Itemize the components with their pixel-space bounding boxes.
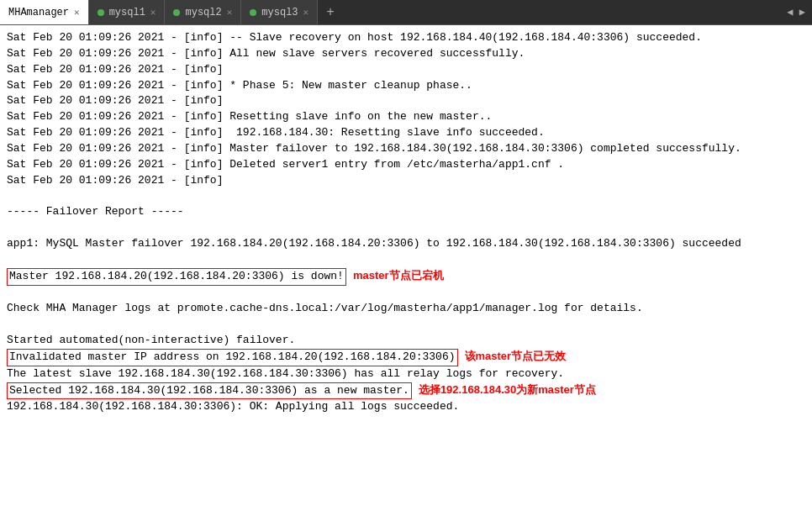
tab-close-mysql1[interactable]: ✕ (150, 7, 156, 18)
tab-close-mysql2[interactable]: ✕ (227, 7, 233, 18)
tab-mysql1[interactable]: mysql1 ✕ (89, 0, 166, 24)
log-line-8: Sat Feb 20 01:09:26 2021 - [info] Master… (7, 141, 805, 157)
started-failover-line: Started automated(non-interactive) failo… (7, 333, 805, 349)
tab-label-mysql1: mysql1 (109, 7, 145, 18)
last-log-line: 192.168.184.30(192.168.184.30:3306): OK:… (7, 399, 805, 415)
log-line-5: Sat Feb 20 01:09:26 2021 - [info] (7, 93, 805, 109)
tab-scroll-controls[interactable]: ◀ ▶ (787, 6, 812, 18)
selected-master-text: Selected 192.168.184.30(192.168.184.30:3… (7, 382, 412, 400)
failover-report-header: ----- Failover Report ----- (7, 204, 805, 220)
tab-mysql2[interactable]: mysql2 ✕ (165, 0, 241, 24)
log-line-6: Sat Feb 20 01:09:26 2021 - [info] Resett… (7, 109, 805, 125)
log-line-4: Sat Feb 20 01:09:26 2021 - [info] * Phas… (7, 78, 805, 94)
invalidated-annotation: 该master节点已无效 (465, 349, 567, 365)
tab-close-icon[interactable]: ✕ (74, 7, 80, 18)
invalidated-line: Invalidated master IP address on 192.168… (7, 349, 805, 366)
log-line-9: Sat Feb 20 01:09:26 2021 - [info] Delete… (7, 157, 805, 173)
log-line-3: Sat Feb 20 01:09:26 2021 - [info] (7, 62, 805, 78)
tab-dot-mysql3 (250, 9, 256, 16)
master-down-text: Master 192.168.184.20(192.168.184.20:330… (7, 268, 346, 286)
log-empty-1 (7, 188, 805, 204)
selected-master-annotation: 选择192.168.184.30为新master节点 (419, 382, 596, 398)
log-empty-2 (7, 220, 805, 236)
log-line-1: Sat Feb 20 01:09:26 2021 - [info] -- Sla… (7, 30, 805, 46)
terminal-content: Sat Feb 20 01:09:26 2021 - [info] -- Sla… (0, 25, 812, 532)
tab-label: MHAmanager (8, 7, 69, 18)
tab-mysql3[interactable]: mysql3 ✕ (241, 0, 318, 24)
log-line-2: Sat Feb 20 01:09:26 2021 - [info] All ne… (7, 46, 805, 62)
tab-label-mysql3: mysql3 (261, 7, 298, 18)
log-empty-3 (7, 252, 805, 268)
tab-close-mysql3[interactable]: ✕ (303, 7, 309, 18)
log-line-7: Sat Feb 20 01:09:26 2021 - [info] 192.16… (7, 125, 805, 141)
master-down-annotation: master节点已宕机 (353, 268, 444, 284)
tab-mhamanager[interactable]: MHAmanager ✕ (0, 0, 89, 24)
log-empty-4 (7, 286, 805, 302)
selected-master-line: Selected 192.168.184.30(192.168.184.30:3… (7, 382, 805, 400)
invalidated-text: Invalidated master IP address on 192.168… (7, 349, 458, 366)
tab-bar: MHAmanager ✕ mysql1 ✕ mysql2 ✕ mysql3 ✕ … (0, 0, 812, 25)
log-empty-5 (7, 317, 805, 333)
tab-add-button[interactable]: + (318, 0, 343, 24)
latest-slave-line: The latest slave 192.168.184.30(192.168.… (7, 366, 805, 382)
tab-dot-mysql1 (98, 9, 104, 16)
failover-report-line: app1: MySQL Master failover 192.168.184.… (7, 236, 805, 252)
tab-label-mysql2: mysql2 (185, 7, 221, 18)
check-mha-line: Check MHA Manager logs at promote.cache-… (7, 301, 805, 317)
tab-dot-mysql2 (173, 9, 180, 16)
log-line-10: Sat Feb 20 01:09:26 2021 - [info] (7, 173, 805, 189)
master-down-line: Master 192.168.184.20(192.168.184.20:330… (7, 268, 805, 286)
